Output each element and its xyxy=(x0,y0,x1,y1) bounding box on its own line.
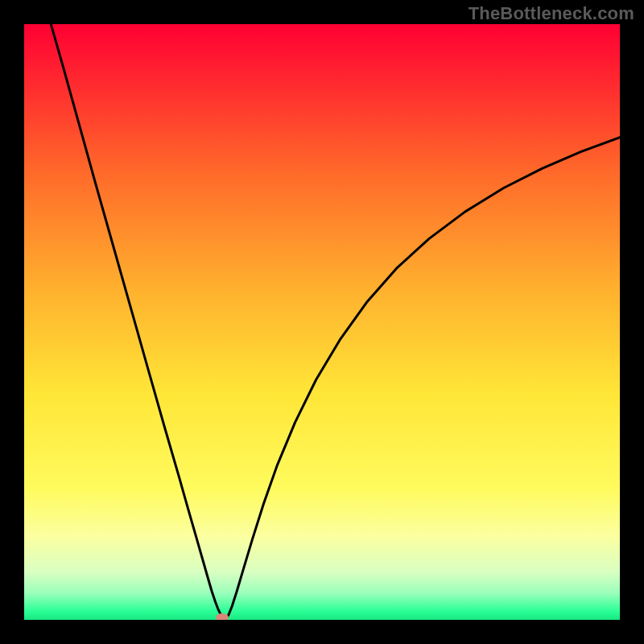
chart-canvas: TheBottleneck.com xyxy=(0,0,644,644)
svg-rect-0 xyxy=(24,24,620,620)
plot-area xyxy=(24,24,620,620)
minimum-marker xyxy=(216,613,229,620)
watermark-text: TheBottleneck.com xyxy=(469,3,634,24)
background-gradient xyxy=(24,24,620,620)
